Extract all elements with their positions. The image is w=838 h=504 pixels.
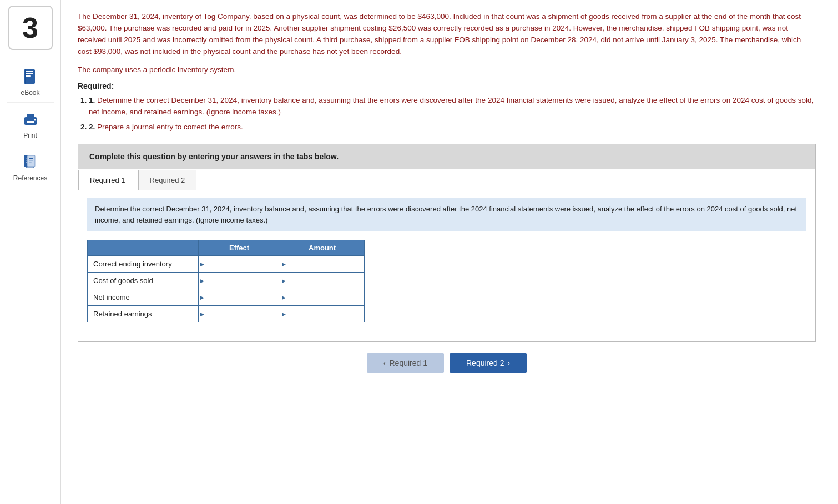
table-row: Correct ending inventory xyxy=(88,256,365,273)
tab-required1[interactable]: Required 1 xyxy=(78,170,137,190)
row-3-amount-input[interactable] xyxy=(280,289,364,305)
svg-point-8 xyxy=(34,119,36,121)
tabs-container: Required 1 Required 2 Determine the corr… xyxy=(78,169,816,342)
table-row: Net income xyxy=(88,289,365,306)
sidebar-item-print[interactable]: Print xyxy=(7,104,54,145)
svg-rect-18 xyxy=(29,162,32,162)
sidebar: 3 eBook xyxy=(0,0,61,504)
svg-rect-6 xyxy=(27,114,34,118)
col-header-effect: Effect xyxy=(199,240,280,256)
problem-text-1: The December 31, 2024, inventory of Tog … xyxy=(78,11,816,58)
table-row: Cost of goods sold xyxy=(88,273,365,289)
svg-rect-2 xyxy=(26,73,33,74)
row-1-effect-cell[interactable] xyxy=(199,256,280,273)
row-label-3: Net income xyxy=(88,289,199,306)
tab1-content: Determine the correct December 31, 2024,… xyxy=(78,190,815,341)
print-icon xyxy=(21,109,41,129)
question-number: 3 xyxy=(8,6,53,50)
row-label-4: Retained earnings xyxy=(88,306,199,322)
svg-rect-4 xyxy=(25,69,26,84)
svg-rect-15 xyxy=(27,155,35,167)
nav-buttons: ‹ Required 1 Required 2 › xyxy=(78,353,816,384)
prev-arrow: ‹ xyxy=(383,359,386,367)
problem-text-2: The company uses a periodic inventory sy… xyxy=(78,65,816,74)
requirements-list: 1. Determine the correct December 31, 20… xyxy=(89,95,816,133)
row-label-2: Cost of goods sold xyxy=(88,273,199,289)
row-4-amount-input[interactable] xyxy=(280,306,364,322)
req-1-number: 1. xyxy=(89,96,97,104)
required-heading: Required: xyxy=(78,82,816,90)
svg-rect-16 xyxy=(29,158,33,159)
svg-rect-17 xyxy=(29,160,33,160)
row-4-effect-cell[interactable] xyxy=(199,306,280,322)
row-1-effect-input[interactable] xyxy=(199,256,280,272)
row-1-amount-input[interactable] xyxy=(280,256,364,272)
row-2-amount-cell[interactable] xyxy=(280,273,365,289)
effect-table: Effect Amount Correct ending inventory xyxy=(87,240,365,322)
req-2-text: Prepare a journal entry to correct the e… xyxy=(97,123,243,131)
ebook-icon xyxy=(21,67,41,87)
row-4-amount-cell[interactable] xyxy=(280,306,365,322)
ebook-label: eBook xyxy=(21,89,39,97)
row-3-effect-input[interactable] xyxy=(199,289,280,305)
row-2-effect-cell[interactable] xyxy=(199,273,280,289)
main-content: The December 31, 2024, inventory of Tog … xyxy=(61,0,838,504)
row-2-amount-input[interactable] xyxy=(280,273,364,289)
tabs-header: Required 1 Required 2 xyxy=(78,169,815,190)
req-1-text: Determine the correct December 31, 2024,… xyxy=(89,96,814,116)
sidebar-item-references[interactable]: References xyxy=(7,147,54,188)
sidebar-item-ebook[interactable]: eBook xyxy=(7,61,54,103)
svg-rect-3 xyxy=(26,75,31,77)
print-label: Print xyxy=(23,132,37,139)
row-4-effect-input[interactable] xyxy=(199,306,280,322)
svg-rect-7 xyxy=(27,121,34,123)
col-header-amount: Amount xyxy=(280,240,365,256)
tab-required2[interactable]: Required 2 xyxy=(138,170,197,190)
requirement-2: 2. Prepare a journal entry to correct th… xyxy=(89,122,816,133)
next-arrow: › xyxy=(508,359,511,367)
svg-rect-1 xyxy=(26,71,33,72)
next-label: Required 2 xyxy=(466,359,504,367)
prev-button[interactable]: ‹ Required 1 xyxy=(367,353,444,373)
references-label: References xyxy=(13,174,47,182)
complete-banner: Complete this question by entering your … xyxy=(78,144,816,169)
row-1-amount-cell[interactable] xyxy=(280,256,365,273)
references-icon xyxy=(21,152,41,172)
row-3-effect-cell[interactable] xyxy=(199,289,280,306)
requirement-1: 1. Determine the correct December 31, 20… xyxy=(89,95,816,118)
row-label-1: Correct ending inventory xyxy=(88,256,199,273)
row-3-amount-cell[interactable] xyxy=(280,289,365,306)
tab1-description: Determine the correct December 31, 2024,… xyxy=(87,198,806,231)
req-2-number: 2. xyxy=(89,123,97,131)
next-button[interactable]: Required 2 › xyxy=(450,353,527,373)
row-2-effect-input[interactable] xyxy=(199,273,280,289)
col-header-label xyxy=(88,240,199,256)
table-row: Retained earnings xyxy=(88,306,365,322)
prev-label: Required 1 xyxy=(390,359,428,367)
